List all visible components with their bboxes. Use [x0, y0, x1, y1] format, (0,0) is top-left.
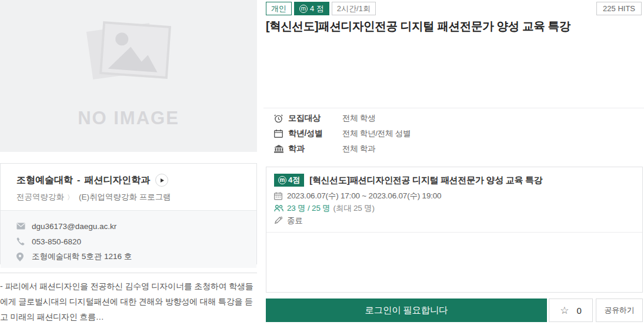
institution-icon [274, 145, 288, 153]
no-image-label: NO IMAGE [0, 108, 257, 129]
calendar-icon [274, 130, 288, 138]
contact-location-row: 조형예술대학 5호관 1216 호 [16, 249, 241, 264]
program-description: - 파리에서 패션디자인을 전공하신 김수영 디자이너를 초청하여 학생들에게 … [0, 278, 257, 324]
contact-email[interactable]: dgu36173@daegu.ac.kr [32, 222, 116, 231]
page-title: [혁신선도]패션디자인전공 디지털 패션전문가 양성 교육 특강 [266, 18, 642, 34]
login-required-button[interactable]: 로그인이 필요합니다 [266, 299, 547, 322]
session-datetime: 2023.06.07(수) 17:00 ~ 2023.06.07(수) 19:0… [287, 191, 441, 201]
share-button[interactable]: 공유하기 [596, 299, 643, 322]
hits-badge: 225 HITS [596, 2, 642, 15]
map-pin-icon [16, 253, 32, 261]
mileage-icon: m [278, 176, 286, 184]
program-detail-page: NO IMAGE 조형예술대학 - 패션디자인학과 전공역량강화 〉 (E)취업… [0, 0, 644, 325]
session-status: 종료 [287, 215, 303, 226]
badge-duration: 2시간/1회 [332, 2, 376, 15]
session-points-label: 4점 [288, 175, 300, 185]
program-type: (E)취업역량강화 프로그램 [79, 192, 171, 203]
session-datetime-row: 2023.06.07(수) 17:00 ~ 2023.06.07(수) 19:0… [274, 190, 635, 202]
info-row-department: 학과 전체 학과 [274, 141, 411, 157]
info-row-grade-gender: 학년/성별 전체 학년/전체 성별 [274, 126, 411, 141]
no-image-icon [79, 16, 179, 95]
info-value: 전체 학과 [342, 144, 375, 154]
college-dept-separator: - [77, 175, 80, 185]
left-divider [0, 273, 257, 273]
favorite-count: 0 [576, 306, 581, 316]
contact-section: dgu36173@daegu.ac.kr 053-850-6820 조형예술대학… [1, 210, 256, 268]
contact-phone-row: 053-850-6820 [16, 234, 241, 249]
mail-icon [16, 223, 32, 230]
badge-mileage-points: m 4 점 [294, 2, 329, 15]
alarm-clock-icon [274, 114, 288, 123]
people-icon [274, 205, 287, 212]
mileage-icon: m [299, 5, 308, 13]
department-card: 조형예술대학 - 패션디자인학과 전공역량강화 〉 (E)취업역량강화 프로그램… [0, 163, 257, 264]
info-label: 학과 [288, 144, 329, 154]
session-capacity-row: 23 명 / 25 명 (최대 25 명) [274, 202, 635, 214]
badge-row: 개인 m 4 점 2시간/1회 [266, 2, 376, 15]
college-name: 조형예술대학 [16, 174, 73, 187]
info-label: 모집대상 [288, 113, 329, 124]
info-value: 전체 학생 [342, 113, 375, 124]
badge-personal: 개인 [266, 2, 292, 15]
session-title: [혁신선도]패션디자인전공 디지털 패션전문가 양성 교육 특강 [309, 175, 542, 186]
info-label: 학년/성별 [288, 128, 329, 139]
session-capacity-max: (최대 25 명) [333, 203, 375, 214]
session-points-badge: m 4점 [274, 174, 304, 187]
right-divider [263, 108, 644, 108]
info-row-target: 모집대상 전체 학생 [274, 111, 411, 126]
chevron-right-icon: 〉 [67, 193, 74, 202]
session-box: m 4점 [혁신선도]패션디자인전공 디지털 패션전문가 양성 교육 특강 20… [266, 167, 643, 293]
department-expand-button[interactable] [155, 174, 168, 187]
contact-location: 조형예술대학 5호관 1216 호 [32, 251, 132, 262]
star-icon: ☆ [560, 306, 569, 316]
info-value: 전체 학년/전체 성별 [342, 128, 411, 139]
program-category: 전공역량강화 [16, 192, 64, 203]
contact-phone[interactable]: 053-850-6820 [32, 237, 81, 246]
calendar-icon [274, 192, 287, 200]
program-info-list: 모집대상 전체 학생 학년/성별 전체 학년/전체 성별 학과 전체 학과 [274, 111, 411, 157]
favorite-button[interactable]: ☆ 0 [549, 299, 593, 322]
department-name: 패션디자인학과 [84, 174, 150, 187]
session-status-row: 종료 [274, 214, 635, 227]
pen-icon [274, 217, 287, 224]
session-capacity-current: 23 명 / 25 명 [287, 203, 331, 214]
phone-icon [16, 237, 32, 246]
play-icon [159, 178, 165, 183]
contact-email-row: dgu36173@daegu.ac.kr [16, 218, 241, 234]
program-image-placeholder: NO IMAGE [0, 0, 257, 152]
badge-points-label: 4 점 [310, 4, 324, 14]
